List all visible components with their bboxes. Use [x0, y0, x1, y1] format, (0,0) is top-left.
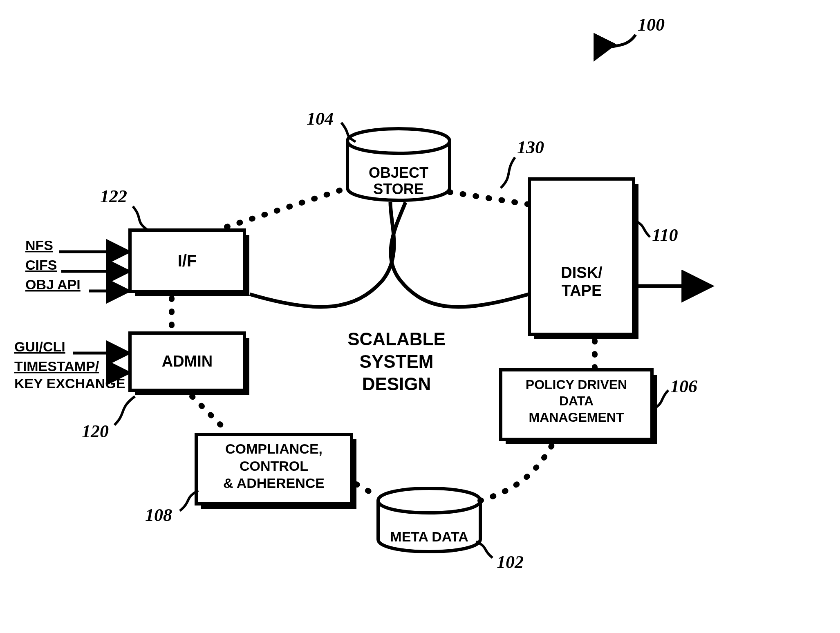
link-130-label: 130	[517, 137, 544, 157]
if-inputs: NFS CIFS OBJ API	[25, 237, 129, 292]
metadata-ref: 102	[497, 552, 524, 572]
object-store-ref: 104	[307, 109, 334, 129]
policy-l3: MANAGEMENT	[529, 410, 624, 425]
policy-ref: 106	[670, 376, 697, 396]
center-title: SCALABLE SYSTEM DESIGN	[347, 329, 446, 394]
compliance-block: COMPLIANCE, CONTROL & ADHERENCE 108	[145, 434, 356, 525]
disk-tape-block: DISK/ TAPE 110	[529, 179, 711, 339]
figure-ref-label: 100	[638, 15, 665, 35]
metadata-label: META DATA	[390, 529, 468, 544]
admin-ref: 120	[82, 421, 109, 441]
if-input-cifs: CIFS	[25, 257, 57, 273]
center-l2: SYSTEM	[360, 351, 434, 371]
if-label: I/F	[178, 252, 197, 270]
svg-rect-14	[529, 179, 634, 334]
center-l1: SCALABLE	[347, 329, 446, 349]
admin-input-kx: KEY EXCHANGE	[14, 376, 125, 391]
admin-inputs: GUI/CLI TIMESTAMP/ KEY EXCHANGE	[14, 339, 129, 391]
metadata-cylinder: META DATA 102	[378, 488, 524, 572]
disk-tape-l1: DISK/	[561, 264, 603, 281]
compliance-ref: 108	[145, 505, 172, 525]
object-store-cylinder: OBJECT STORE 104	[307, 109, 450, 200]
object-store-l2: STORE	[373, 181, 423, 197]
disk-tape-ref: 110	[652, 225, 678, 245]
admin-label: ADMIN	[162, 353, 213, 370]
object-store-l1: OBJECT	[369, 164, 428, 181]
policy-l1: POLICY DRIVEN	[526, 377, 627, 392]
figure-ref: 100	[595, 15, 665, 59]
compliance-l2: CONTROL	[240, 458, 308, 474]
disk-tape-l2: TAPE	[562, 282, 602, 299]
admin-input-ts: TIMESTAMP/	[14, 358, 99, 374]
if-block: I/F 122	[100, 186, 249, 296]
compliance-l3: & ADHERENCE	[223, 475, 325, 491]
center-l3: DESIGN	[362, 374, 431, 394]
admin-input-gui: GUI/CLI	[14, 339, 65, 354]
policy-block: POLICY DRIVEN DATA MANAGEMENT 106	[501, 370, 697, 444]
if-input-objapi: OBJ API	[25, 277, 81, 292]
if-ref: 122	[100, 186, 127, 206]
if-input-nfs: NFS	[25, 237, 53, 253]
policy-l2: DATA	[559, 394, 594, 408]
compliance-l1: COMPLIANCE,	[225, 441, 323, 456]
crossing-curves	[250, 202, 529, 307]
